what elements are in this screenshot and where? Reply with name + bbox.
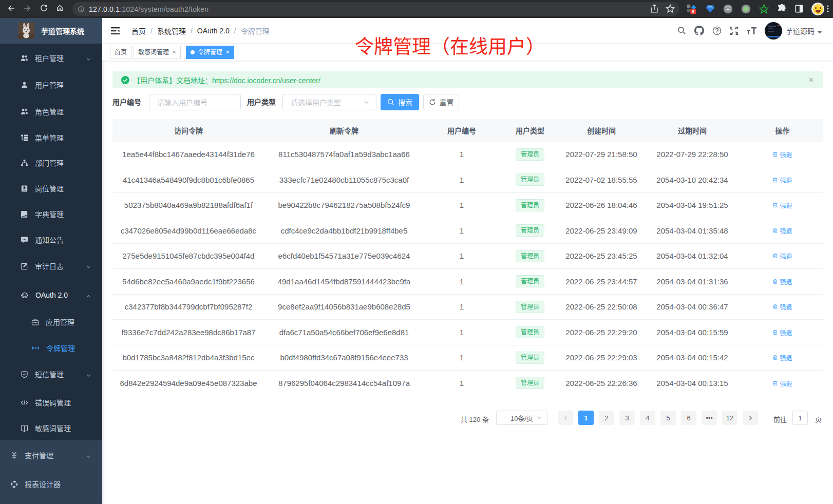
svg-text:9: 9	[692, 10, 694, 14]
svg-text:⌘: ⌘	[725, 6, 731, 12]
